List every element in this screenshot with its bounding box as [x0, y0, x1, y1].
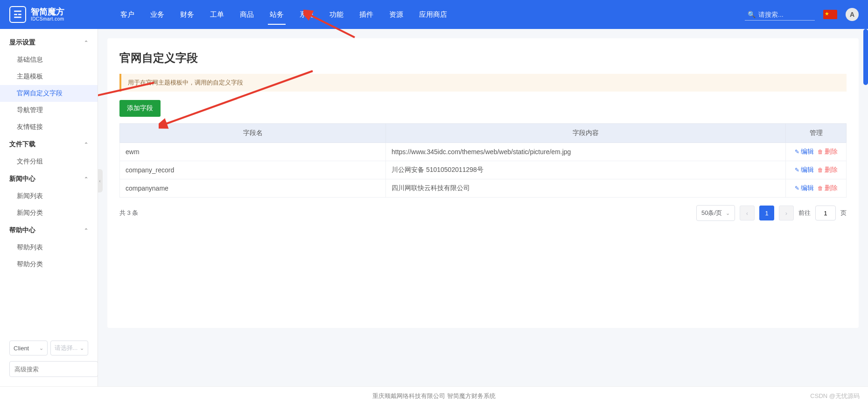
edit-button[interactable]: ✎编辑 [795, 184, 814, 192]
pagination: 共 3 条 50条/页⌄ ‹ 1 › 前往 页 [119, 205, 847, 221]
topnav-item[interactable]: 业务 [150, 1, 164, 28]
sidebar-item[interactable]: 新闻分类 [0, 205, 98, 221]
prev-page-button[interactable]: ‹ [740, 206, 755, 220]
main-content: ‹ 官网自定义字段 用于在官网主题模板中，调用的自定义字段 添加字段 字段名 字… [98, 29, 868, 386]
top-header: ☲ 智简魔方 IDCSmart.com 客户业务财务工单商品站务系统功能插件资源… [0, 0, 868, 29]
delete-button[interactable]: 🗑删除 [818, 148, 838, 155]
sidebar-item[interactable]: 导航管理 [0, 102, 98, 119]
fields-table: 字段名 字段内容 管理 ewmhttps://www.345idc.com/th… [119, 123, 847, 198]
col-actions: 管理 [786, 124, 847, 143]
brand-cn: 智简魔方 [31, 7, 64, 17]
search-input[interactable] [758, 11, 812, 18]
logo[interactable]: ☲ 智简魔方 IDCSmart.com [9, 6, 64, 23]
topnav-item[interactable]: 系统 [300, 1, 314, 28]
page-number-button[interactable]: 1 [759, 206, 774, 220]
cell-field-content: https://www.345idc.com/themes/web/web/st… [386, 143, 786, 161]
topnav-item[interactable]: 财务 [180, 1, 194, 28]
logo-icon: ☲ [9, 6, 26, 23]
chevron-down-icon: ⌄ [726, 210, 730, 216]
topnav-item[interactable]: 功能 [329, 1, 343, 28]
search-icon: 🔍 [748, 11, 756, 18]
secondary-select[interactable]: 请选择...⌄ [50, 341, 89, 355]
topnav-item[interactable]: 资源 [389, 1, 403, 28]
col-field-name: 字段名 [120, 124, 386, 143]
topnav-item[interactable]: 插件 [359, 1, 373, 28]
table-row: company_record川公网安备 51010502011298号✎编辑🗑删… [120, 161, 847, 179]
avatar[interactable]: A [846, 8, 859, 21]
sidebar-item[interactable]: 新闻列表 [0, 188, 98, 205]
total-count: 共 3 条 [119, 209, 138, 217]
top-nav: 客户业务财务工单商品站务系统功能插件资源应用商店 [120, 1, 745, 28]
goto-prefix: 前往 [798, 209, 811, 217]
locale-flag[interactable] [823, 10, 837, 19]
sidebar-item[interactable]: 帮助分类 [0, 256, 98, 273]
cell-field-name: ewm [120, 143, 386, 161]
col-field-content: 字段内容 [386, 124, 786, 143]
cell-field-content: 川公网安备 51010502011298号 [386, 161, 786, 179]
global-search[interactable]: 🔍 [745, 9, 815, 21]
cell-actions: ✎编辑🗑删除 [786, 179, 847, 198]
edit-button[interactable]: ✎编辑 [795, 148, 814, 155]
page-size-select[interactable]: 50条/页⌄ [696, 205, 735, 221]
topnav-item[interactable]: 工单 [210, 1, 224, 28]
sidebar-item[interactable]: 主题模板 [0, 68, 98, 85]
topnav-item[interactable]: 应用商店 [419, 1, 447, 28]
client-select[interactable]: Client⌄ [9, 341, 48, 355]
topnav-item[interactable]: 站务 [270, 1, 284, 28]
sidebar-group-header[interactable]: 帮助中心⌃ [0, 221, 98, 239]
add-field-button[interactable]: 添加字段 [119, 100, 161, 117]
sidebar-item[interactable]: 文件分组 [0, 153, 98, 170]
delete-button[interactable]: 🗑删除 [818, 166, 838, 173]
edit-icon: ✎ [795, 149, 799, 155]
goto-page-input[interactable] [815, 206, 836, 220]
trash-icon: 🗑 [818, 185, 823, 192]
sidebar-item[interactable]: 基础信息 [0, 51, 98, 68]
trash-icon: 🗑 [818, 167, 823, 173]
edit-icon: ✎ [795, 167, 799, 173]
delete-button[interactable]: 🗑删除 [818, 184, 838, 192]
sidebar: 显示设置⌃基础信息主题模板官网自定义字段导航管理友情链接文件下载⌃文件分组新闻中… [0, 29, 98, 386]
page-title: 官网自定义字段 [119, 50, 847, 65]
sidebar-item[interactable]: 友情链接 [0, 119, 98, 135]
watermark: CSDN @无忧源码 [810, 392, 860, 400]
cell-field-content: 四川网联快云科技有限公司 [386, 179, 786, 198]
chevron-down-icon: ⌄ [39, 345, 43, 351]
chevron-down-icon: ⌃ [84, 227, 88, 234]
cell-field-name: company_record [120, 161, 386, 179]
trash-icon: 🗑 [818, 149, 823, 155]
brand-en: IDCSmart.com [31, 16, 64, 21]
sidebar-toggle[interactable]: ‹ [98, 169, 103, 192]
sidebar-item[interactable]: 官网自定义字段 [0, 85, 98, 102]
chevron-down-icon: ⌃ [84, 176, 88, 182]
next-page-button[interactable]: › [779, 206, 794, 220]
goto-suffix: 页 [840, 209, 847, 217]
table-row: companyname四川网联快云科技有限公司✎编辑🗑删除 [120, 179, 847, 198]
edit-icon: ✎ [795, 185, 799, 192]
chevron-down-icon: ⌃ [84, 40, 88, 46]
cell-actions: ✎编辑🗑删除 [786, 161, 847, 179]
sidebar-group-header[interactable]: 文件下载⌃ [0, 135, 98, 153]
sidebar-group-header[interactable]: 显示设置⌃ [0, 34, 98, 51]
edit-button[interactable]: ✎编辑 [795, 166, 814, 173]
advanced-search-input[interactable] [9, 361, 98, 377]
footer: 重庆顺戴网络科技有限公司 智简魔方财务系统 CSDN @无忧源码 [0, 386, 868, 405]
topnav-item[interactable]: 客户 [120, 1, 134, 28]
sidebar-item[interactable]: 帮助列表 [0, 239, 98, 256]
chevron-down-icon: ⌃ [84, 142, 88, 148]
cell-field-name: companyname [120, 179, 386, 198]
info-tip: 用于在官网主题模板中，调用的自定义字段 [119, 74, 847, 92]
table-row: ewmhttps://www.345idc.com/themes/web/web… [120, 143, 847, 161]
svg-line-2 [308, 29, 355, 37]
chevron-down-icon: ⌄ [80, 345, 84, 351]
scrollbar[interactable] [863, 29, 868, 85]
topnav-item[interactable]: 商品 [240, 1, 254, 28]
sidebar-group-header[interactable]: 新闻中心⌃ [0, 170, 98, 188]
sidebar-bottom: Client⌄ 请选择...⌄ 🔍 [0, 336, 98, 382]
cell-actions: ✎编辑🗑删除 [786, 143, 847, 161]
